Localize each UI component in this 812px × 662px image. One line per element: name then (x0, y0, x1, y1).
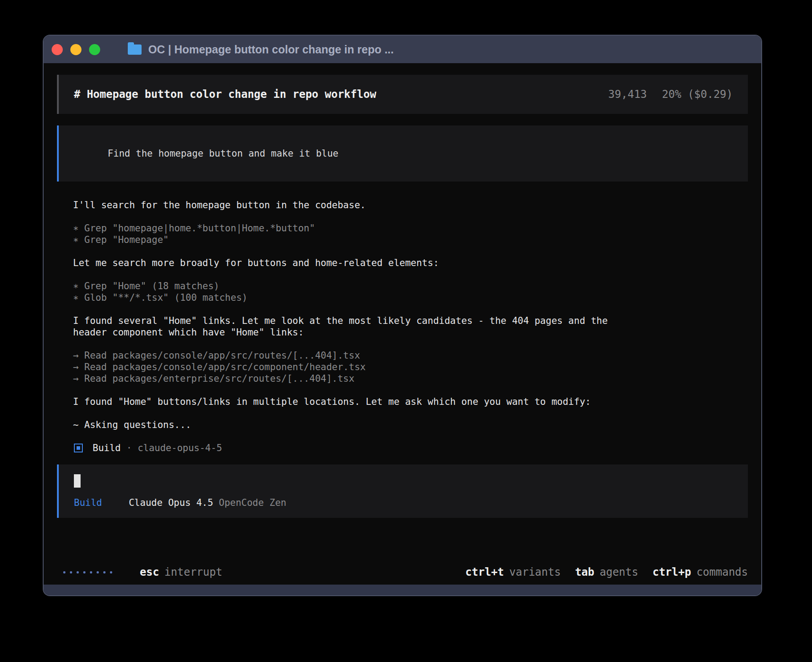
hint-key: ctrl+t (465, 566, 504, 578)
context-usage: 20% ($0.29) (662, 88, 733, 101)
user-message: Find the homepage button and make it blu… (57, 125, 748, 182)
assistant-text-line: Let me search more broadly for buttons a… (73, 257, 748, 269)
user-message-text: Find the homepage button and make it blu… (108, 148, 338, 159)
spinner-dot (70, 571, 72, 573)
input-model-label: Claude Opus 4.5 (129, 497, 219, 508)
tool-call-line: ∗ Grep "Home" (18 matches) (73, 280, 748, 292)
blank-line (73, 338, 748, 350)
blank-line (73, 303, 748, 315)
minimize-button[interactable] (70, 44, 81, 55)
blank-line (73, 246, 748, 257)
input-provider-label: OpenCode Zen (219, 497, 287, 508)
esc-hint: esc interrupt (140, 566, 222, 578)
assistant-text-line: header component which have "Home" links… (73, 327, 748, 338)
esc-label: interrupt (164, 566, 222, 578)
spinner-dot (90, 571, 92, 573)
keyboard-hint-commands: ctrl+pcommands (653, 566, 748, 578)
spinner-dot (83, 571, 85, 573)
hint-key: tab (575, 566, 594, 578)
model-name: claude-opus-4-5 (138, 443, 222, 453)
agent-box-icon (74, 444, 83, 452)
blank-line (73, 211, 748, 222)
spinner-dot (103, 571, 106, 573)
session-header: # Homepage button color change in repo w… (57, 75, 748, 114)
assistant-text-line: I found several "Home" links. Let me loo… (73, 315, 748, 327)
zoom-button[interactable] (89, 44, 100, 55)
status-bar: esc interrupt ctrl+tvariantstabagentsctr… (57, 566, 748, 578)
blank-line (73, 384, 748, 396)
tool-call-line: ∗ Grep "Homepage" (73, 234, 748, 246)
agent-status-row: Build · claude-opus-4-5 (57, 441, 748, 455)
terminal-window: OC | Homepage button color change in rep… (43, 35, 762, 596)
tool-call-line: → Read packages/console/app/src/componen… (73, 361, 748, 373)
window-title: OC | Homepage button color change in rep… (148, 43, 394, 56)
input-agent-label: Build (74, 497, 102, 508)
spinner-dot (97, 571, 99, 573)
tool-call-line: → Read packages/console/app/src/routes/[… (73, 350, 748, 361)
assistant-text-line: ~ Asking questions... (73, 419, 748, 431)
close-button[interactable] (52, 44, 63, 55)
blank-line (73, 408, 748, 419)
keyboard-hint-agents: tabagents (575, 566, 638, 578)
spinner-dot (63, 571, 65, 573)
input-status-row: Build Claude Opus 4.5 OpenCode Zen (74, 497, 733, 508)
conversation[interactable]: I'll search for the homepage button in t… (57, 199, 748, 442)
folder-icon (128, 44, 142, 55)
prompt-input[interactable]: Build Claude Opus 4.5 OpenCode Zen (57, 464, 748, 518)
status-bar-right: ctrl+tvariantstabagentsctrl+pcommands (465, 566, 748, 578)
spinner-dots-icon (63, 571, 112, 573)
window-bottom-bar (44, 585, 761, 595)
text-cursor (74, 474, 81, 488)
spinner-dot (77, 571, 79, 573)
status-separator: · (121, 443, 138, 453)
tool-call-line: ∗ Grep "homepage|home.*button|Home.*butt… (73, 222, 748, 234)
hint-label: commands (696, 566, 748, 578)
terminal-content[interactable]: # Homepage button color change in repo w… (44, 63, 761, 585)
assistant-text-line: I'll search for the homepage button in t… (73, 199, 748, 211)
window-titlebar[interactable]: OC | Homepage button color change in rep… (44, 36, 761, 63)
blank-line (73, 431, 748, 442)
tool-call-line: ∗ Glob "**/*.tsx" (100 matches) (73, 292, 748, 303)
session-stats: 39,413 20% ($0.29) (608, 88, 733, 101)
hint-label: variants (509, 566, 561, 578)
tool-call-line: → Read packages/enterprise/src/routes/[.… (73, 373, 748, 384)
keyboard-hint-variants: ctrl+tvariants (465, 566, 560, 578)
esc-key: esc (140, 566, 159, 578)
agent-name: Build (93, 443, 121, 453)
hint-label: agents (600, 566, 638, 578)
traffic-lights (52, 44, 100, 55)
hint-key: ctrl+p (653, 566, 691, 578)
session-title: # Homepage button color change in repo w… (74, 88, 376, 101)
spinner-dot (110, 571, 112, 573)
token-count: 39,413 (608, 88, 647, 101)
status-bar-left: esc interrupt (63, 566, 222, 578)
assistant-text-line: I found "Home" buttons/links in multiple… (73, 396, 748, 408)
blank-line (73, 269, 748, 280)
